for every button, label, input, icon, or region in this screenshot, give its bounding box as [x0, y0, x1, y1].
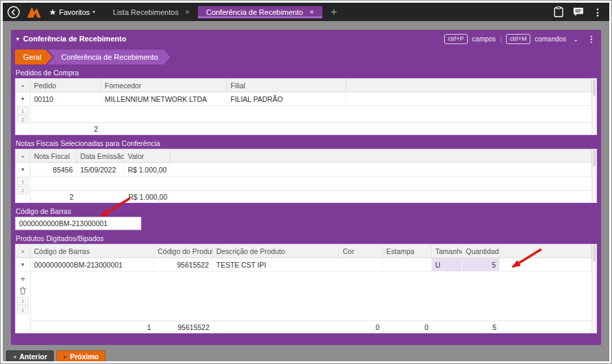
row-marker-icon[interactable]: ▼ — [16, 163, 30, 177]
pedidos-section-title: Pedidos de Compra — [16, 69, 597, 77]
scrollbar[interactable] — [592, 149, 596, 202]
chevron-down-icon: ▾ — [92, 9, 95, 15]
scrollbar[interactable] — [592, 79, 596, 134]
column-header-valor[interactable]: Valor — [124, 149, 171, 162]
conferencia-panel: ▾ Conferência de Recebimento ctrl+P camp… — [11, 30, 601, 345]
notas-section-title: Notas Fiscais Selecionadas para Conferên… — [16, 139, 597, 147]
column-header-descricao[interactable]: Descrição de Produto — [213, 244, 339, 257]
footer-estampa: 0 — [383, 321, 432, 333]
scrollbar[interactable] — [592, 244, 596, 333]
kbd-ctrl-p: ctrl+P — [444, 34, 468, 44]
cell-filial[interactable]: FILIAL PADRÃO — [227, 92, 346, 105]
sort-asc-icon[interactable]: ▲ — [16, 244, 30, 258]
footer-total: R$ 1.000,00 — [124, 191, 171, 202]
next-triangle-icon: ▸ — [63, 353, 67, 360]
close-icon[interactable]: ✕ — [185, 9, 190, 16]
kebab-menu-icon[interactable]: ⋮ — [593, 7, 602, 17]
cell-cor[interactable] — [339, 258, 383, 271]
produtos-footer-row: 1 95615522 0 0 5 — [31, 321, 592, 333]
cell-valor[interactable]: R$ 1.000,00 — [124, 163, 171, 176]
column-header-quantidade[interactable]: Quantidade — [462, 244, 500, 257]
cell-descricao[interactable]: TESTE CST IPI — [213, 258, 339, 271]
column-header-fornecedor[interactable]: Fornecedor — [101, 79, 227, 92]
add-row-icon[interactable]: + — [16, 273, 30, 284]
collapse-caret-icon[interactable]: ▾ — [16, 36, 19, 42]
produtos-header-row: Código de Barras Código do Produto Descr… — [31, 244, 592, 258]
pedidos-header-row: Pedido Fornecedor Filial — [31, 79, 592, 92]
chevron-down-icon[interactable]: ⌄ — [573, 35, 579, 43]
notas-header-row: Nota Fiscal Data Emissão Valor — [31, 149, 592, 163]
page-title: ▾ Conferência de Recebimento — [16, 35, 126, 43]
row-number[interactable]: 1 — [17, 306, 29, 314]
cell-codigo-barras[interactable]: 0000000000BM-213000001 — [31, 258, 154, 271]
wizard-nav: ◂ Anterior ▸ Próximo — [6, 350, 609, 361]
fields-hint-label: campos — [472, 35, 496, 43]
kebab-menu-icon[interactable]: ⋮ — [587, 34, 596, 44]
shortcut-hints: ctrl+P campos | ctrl+M comandos ⌄ ⋮ — [444, 34, 596, 44]
notas-footer-row: 2 R$ 1.000,00 — [31, 190, 592, 202]
row-number[interactable]: 1 — [17, 177, 29, 185]
add-tab-icon[interactable]: + — [330, 7, 337, 18]
footer-quantidade: 5 — [462, 321, 500, 333]
column-header-nota-fiscal[interactable]: Nota Fiscal — [31, 149, 77, 162]
close-icon[interactable]: ✕ — [309, 9, 315, 16]
back-icon[interactable] — [7, 5, 20, 19]
barcode-label: Código de Barras — [16, 207, 597, 215]
notas-grid: ▲ ▼ 1 2 Nota Fiscal Data Emissão Valor 8… — [15, 149, 597, 203]
produtos-grid: ▲ ▼ + 1 1 Código de Barras Código do Pro… — [15, 244, 597, 333]
millennium-logo-icon[interactable] — [26, 5, 42, 19]
commands-hint-label: comandos — [534, 35, 566, 43]
row-number[interactable]: 1 — [17, 297, 29, 305]
cell-data-emissao[interactable]: 15/09/2022 — [77, 163, 124, 176]
column-header-codigo-produto[interactable]: Código do Produto — [154, 244, 213, 257]
column-header-filial[interactable]: Filial — [227, 79, 346, 92]
tab-conferencia-recebimento[interactable]: Conferência de Recebimento ✕ — [198, 6, 322, 18]
sort-asc-icon[interactable]: ▲ — [16, 149, 30, 163]
cell-quantidade[interactable]: 5 — [462, 258, 500, 271]
pedidos-row-gutter: ▲ ▼ 1 2 — [16, 79, 31, 134]
table-row[interactable]: 85456 15/09/2022 R$ 1.000,00 — [31, 163, 592, 177]
column-header-cor[interactable]: Cor — [339, 244, 383, 257]
cell-fornecedor[interactable]: MILLENNIUM NETWORK LTDA — [101, 92, 227, 105]
produtos-row-gutter: ▲ ▼ + 1 1 — [16, 244, 31, 333]
tab-lista-recebimentos[interactable]: Lista Recebimentos ✕ — [105, 8, 198, 16]
footer-count: 1 — [31, 321, 154, 333]
delete-row-icon[interactable] — [16, 285, 30, 296]
cell-pedido[interactable]: 00110 — [31, 92, 101, 105]
tab-geral[interactable]: Geral — [15, 50, 52, 65]
column-header-estampa[interactable]: Estampa — [383, 244, 432, 257]
row-number[interactable]: 1 — [17, 107, 29, 115]
panel-header: ▾ Conferência de Recebimento ctrl+P camp… — [15, 30, 597, 48]
table-row[interactable]: 0000000000BM-213000001 95615522 TESTE CS… — [31, 258, 592, 272]
chat-icon[interactable] — [573, 7, 584, 17]
clipboard-icon[interactable] — [554, 6, 564, 18]
row-marker-icon[interactable]: ▼ — [16, 258, 30, 272]
app-window: ★ Favoritos ▾ Lista Recebimentos ✕ Confe… — [0, 0, 612, 364]
cell-nota-fiscal[interactable]: 85456 — [31, 163, 77, 176]
column-header-data-emissao[interactable]: Data Emissão — [77, 149, 124, 162]
cell-estampa[interactable] — [383, 258, 432, 271]
column-header-codigo-barras[interactable]: Código de Barras — [31, 244, 154, 257]
row-number[interactable]: 2 — [17, 115, 29, 124]
cell-tamanho[interactable]: U — [432, 258, 462, 271]
footer-count: 2 — [31, 191, 77, 202]
row-marker-icon[interactable]: ▼ — [16, 92, 30, 106]
row-number[interactable]: 2 — [17, 186, 29, 194]
tab-conferencia-de-recebimento[interactable]: Conferência de Recebimento — [48, 50, 170, 65]
column-header-pedido[interactable]: Pedido — [31, 79, 101, 92]
favorites-menu[interactable]: ★ Favoritos ▾ — [49, 8, 95, 16]
barcode-input[interactable] — [15, 217, 141, 230]
proximo-button[interactable]: ▸ Próximo — [56, 350, 105, 361]
favorites-label: Favoritos — [59, 8, 90, 16]
cell-codigo-produto[interactable]: 95615522 — [154, 258, 213, 271]
breadcrumb: Geral Conferência de Recebimento — [15, 50, 597, 65]
anterior-button[interactable]: ◂ Anterior — [6, 350, 54, 361]
footer-cor: 0 — [339, 321, 383, 333]
divider: | — [500, 35, 502, 43]
main-area: ▾ Conferência de Recebimento ctrl+P camp… — [3, 21, 609, 361]
column-header-tamanho[interactable]: Tamanho — [432, 244, 462, 257]
sort-asc-icon[interactable]: ▲ — [16, 79, 30, 92]
star-icon: ★ — [49, 8, 56, 16]
table-row[interactable]: 00110 MILLENNIUM NETWORK LTDA FILIAL PAD… — [31, 92, 592, 106]
prev-triangle-icon: ◂ — [13, 353, 16, 360]
